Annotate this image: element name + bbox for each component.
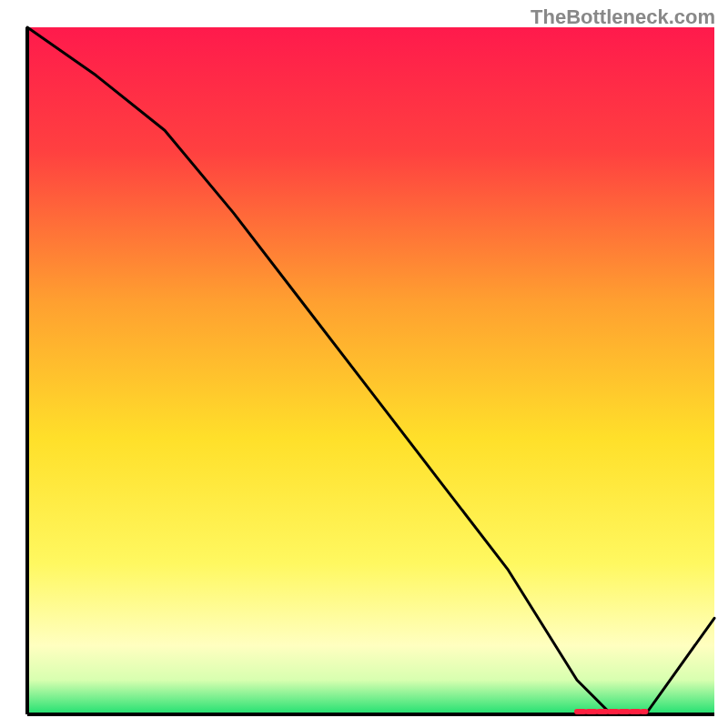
plot-background [27,27,714,714]
chart-svg [0,0,728,728]
chart-container: TheBottleneck.com [0,0,728,728]
